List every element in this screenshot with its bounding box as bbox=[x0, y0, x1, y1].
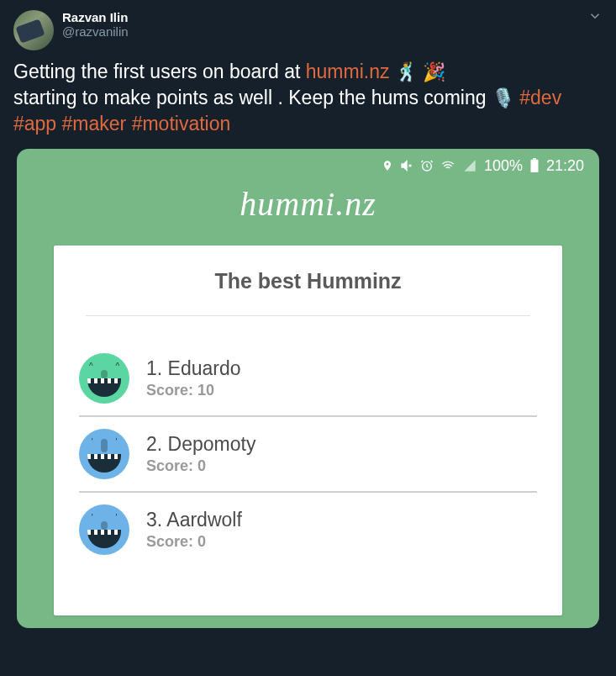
location-icon bbox=[382, 159, 393, 172]
battery-icon bbox=[529, 158, 540, 173]
app-title: hummi.nz bbox=[17, 177, 599, 246]
wifi-icon bbox=[440, 159, 455, 172]
embedded-screenshot[interactable]: 100% 21:20 hummi.nz The best Humminz ^ ^ bbox=[17, 149, 599, 628]
svg-rect-1 bbox=[530, 160, 538, 172]
text-segment: starting to make points as well . Keep t… bbox=[13, 87, 492, 108]
phone-status-bar: 100% 21:20 bbox=[17, 149, 599, 177]
mic-emoji: 🎙️ bbox=[492, 86, 514, 111]
author-info[interactable]: Razvan Ilin @razvanilin bbox=[62, 10, 129, 39]
clock-time: 21:20 bbox=[546, 157, 584, 175]
signal-icon bbox=[462, 159, 477, 172]
author-avatar[interactable] bbox=[13, 10, 54, 50]
leaderboard-row[interactable]: ^ ^ 1. Eduardo Score: 10 bbox=[79, 341, 537, 417]
hashtag[interactable]: #app bbox=[13, 113, 56, 135]
user-avatar: ' ' bbox=[79, 429, 129, 479]
row-score: Score: 0 bbox=[146, 457, 255, 475]
tweet-header: Razvan Ilin @razvanilin bbox=[13, 10, 603, 50]
tweet[interactable]: Razvan Ilin @razvanilin Getting the firs… bbox=[0, 0, 616, 638]
leaderboard-card: The best Humminz ^ ^ 1. Eduardo bbox=[54, 246, 562, 615]
alarm-icon bbox=[420, 159, 434, 172]
mute-icon bbox=[400, 159, 413, 172]
user-avatar: ^ ^ bbox=[79, 353, 129, 404]
battery-percentage: 100% bbox=[484, 157, 523, 175]
row-name: 3. Aardwolf bbox=[146, 509, 242, 531]
row-score: Score: 10 bbox=[146, 382, 241, 399]
hashtag[interactable]: #dev bbox=[519, 87, 561, 108]
row-name: 1. Eduardo bbox=[146, 357, 241, 380]
leaderboard-row[interactable]: ' ' 2. Depomoty Score: 0 bbox=[79, 417, 537, 493]
dancer-emoji: 🕺 bbox=[395, 60, 418, 85]
text-segment: Getting the first users on board at bbox=[13, 61, 306, 82]
user-avatar: ' ' bbox=[79, 504, 129, 555]
tweet-link[interactable]: hummi.nz bbox=[306, 61, 390, 82]
hashtag[interactable]: #maker bbox=[62, 113, 127, 135]
svg-rect-2 bbox=[533, 158, 536, 160]
tweet-text: Getting the first users on board at humm… bbox=[13, 59, 603, 137]
row-name: 2. Depomoty bbox=[146, 433, 255, 456]
leaderboard-row[interactable]: ' ' 3. Aardwolf Score: 0 bbox=[79, 493, 537, 567]
row-score: Score: 0 bbox=[146, 533, 242, 551]
chevron-down-icon[interactable] bbox=[587, 8, 603, 27]
author-handle: @razvanilin bbox=[62, 24, 129, 39]
leaderboard-list: ^ ^ 1. Eduardo Score: 10 bbox=[79, 316, 537, 567]
party-emoji: 🎉 bbox=[423, 60, 445, 85]
card-title: The best Humminz bbox=[86, 269, 530, 316]
author-name: Razvan Ilin bbox=[62, 10, 129, 24]
hashtag[interactable]: #motivation bbox=[132, 113, 231, 135]
